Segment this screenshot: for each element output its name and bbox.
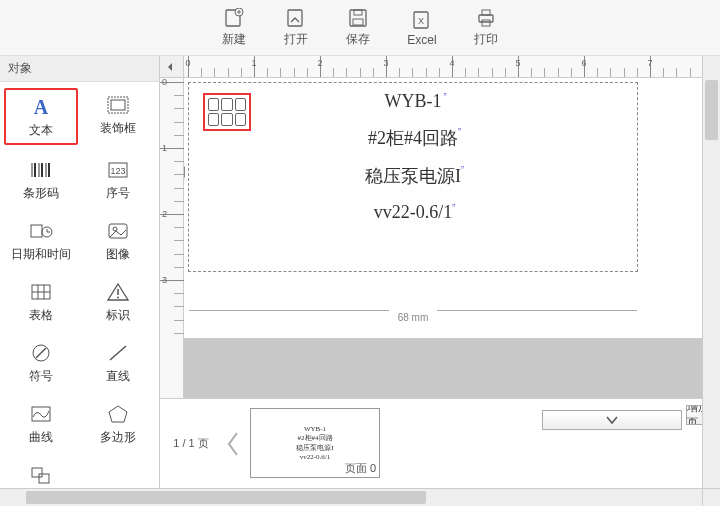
frame-icon <box>103 92 133 118</box>
thumbnail-caption: 页面 0 <box>345 461 376 476</box>
svg-rect-15 <box>111 100 125 110</box>
ruler-horizontal[interactable]: 01234567 <box>184 56 702 78</box>
sidebar-title: 对象 <box>0 56 159 82</box>
label-hole-marker <box>184 163 185 181</box>
excel-icon: X <box>409 9 435 31</box>
datetime-icon <box>26 218 56 244</box>
label-line-1[interactable]: WYB-1▫ <box>189 91 637 112</box>
svg-text:A: A <box>34 96 49 118</box>
palette-text[interactable]: A 文本 <box>4 88 78 145</box>
svg-marker-40 <box>109 406 127 422</box>
import-icon <box>26 462 56 488</box>
top-toolbar: 新建 打开 保存 X Excel 打印 <box>0 0 720 56</box>
object-sidebar: 对象 A 文本 装饰框 条形码 123 序号 <box>0 56 160 506</box>
open-icon <box>283 7 309 29</box>
svg-line-37 <box>36 348 46 358</box>
svg-point-35 <box>117 297 119 299</box>
sequence-icon: 123 <box>103 157 133 183</box>
scrollbar-thumb[interactable] <box>26 491 426 504</box>
save-button[interactable]: 保存 <box>345 7 371 48</box>
line-icon <box>103 340 133 366</box>
prev-page-button[interactable] <box>216 414 250 474</box>
label-line-4[interactable]: vv22-0.6/1▫ <box>189 202 637 223</box>
canvas-background <box>184 338 702 398</box>
svg-rect-7 <box>353 19 363 25</box>
scrollbar-thumb[interactable] <box>705 80 718 140</box>
text-icon: A <box>26 94 56 120</box>
label-line-3[interactable]: 稳压泵电源I▫ <box>189 164 637 188</box>
palette-barcode[interactable]: 条形码 <box>4 153 78 206</box>
svg-rect-11 <box>482 10 490 15</box>
chevron-down-icon <box>605 415 619 425</box>
palette: A 文本 装饰框 条形码 123 序号 日期和时间 <box>0 82 159 506</box>
page-counter: 1 / 1 页 <box>160 436 216 451</box>
print-button[interactable]: 打印 <box>473 7 499 48</box>
svg-rect-6 <box>354 10 362 15</box>
editor-area: 01234567 0123 WYB-1▫ #2柜#4回路▫ 稳压泵电源I▫ vv… <box>160 56 720 506</box>
vertical-scrollbar[interactable] <box>702 56 720 488</box>
svg-text:123: 123 <box>111 166 126 176</box>
warning-icon <box>103 279 133 305</box>
save-icon <box>345 7 371 29</box>
palette-frame[interactable]: 装饰框 <box>82 88 156 145</box>
palette-line[interactable]: 直线 <box>82 336 156 389</box>
open-button[interactable]: 打开 <box>283 7 309 48</box>
label-design[interactable]: WYB-1▫ #2柜#4回路▫ 稳压泵电源I▫ vv22-0.6/1▫ 68 m… <box>188 82 638 272</box>
dimension-label: 68 mm <box>189 312 637 323</box>
palette-table[interactable]: 表格 <box>4 275 78 328</box>
barcode-icon <box>26 157 56 183</box>
horizontal-scrollbar[interactable] <box>0 488 702 506</box>
svg-rect-24 <box>31 225 42 237</box>
page-dropdown[interactable] <box>542 410 682 430</box>
svg-point-29 <box>113 227 117 231</box>
polygon-icon <box>103 401 133 427</box>
ruler-vertical[interactable]: 0123 <box>160 78 184 398</box>
svg-rect-41 <box>32 468 42 477</box>
palette-datetime[interactable]: 日期和时间 <box>4 214 78 267</box>
svg-text:X: X <box>418 16 424 26</box>
palette-image[interactable]: 图像 <box>82 214 156 267</box>
svg-rect-10 <box>479 15 493 22</box>
svg-rect-12 <box>482 20 490 26</box>
ruler-origin-toggle[interactable] <box>160 56 184 78</box>
svg-line-38 <box>110 346 126 360</box>
new-button[interactable]: 新建 <box>221 7 247 48</box>
canvas[interactable]: WYB-1▫ #2柜#4回路▫ 稳压泵电源I▫ vv22-0.6/1▫ 68 m… <box>184 78 702 398</box>
page-strip: 1 / 1 页 WYB-1 #2柜#4回路 稳压泵电源I vv22-0.6/1 … <box>160 398 702 488</box>
palette-polygon[interactable]: 多边形 <box>82 397 156 450</box>
symbol-icon <box>26 340 56 366</box>
image-icon <box>103 218 133 244</box>
label-line-2[interactable]: #2柜#4回路▫ <box>189 126 637 150</box>
excel-button[interactable]: X Excel <box>407 9 436 47</box>
dimension-line-right <box>437 310 637 311</box>
palette-curve[interactable]: 曲线 <box>4 397 78 450</box>
svg-rect-5 <box>350 10 366 26</box>
table-icon <box>26 279 56 305</box>
svg-rect-42 <box>39 474 49 483</box>
new-icon <box>221 7 247 29</box>
scroll-corner <box>702 488 720 506</box>
curve-icon <box>26 401 56 427</box>
palette-sequence[interactable]: 123 序号 <box>82 153 156 206</box>
palette-symbol[interactable]: 符号 <box>4 336 78 389</box>
print-icon <box>473 7 499 29</box>
palette-warning[interactable]: 标识 <box>82 275 156 328</box>
dimension-line-left <box>189 310 389 311</box>
